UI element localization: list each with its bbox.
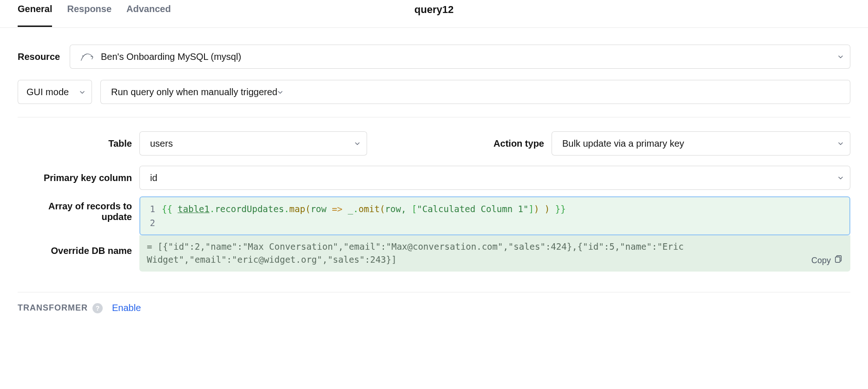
query-header: General Response Advanced query12 bbox=[0, 0, 868, 28]
copy-icon bbox=[835, 254, 843, 267]
action-type-select[interactable]: Bulk update via a primary key bbox=[552, 131, 850, 156]
enable-transformer-button[interactable]: Enable bbox=[112, 303, 141, 313]
primary-key-select[interactable]: id bbox=[139, 166, 850, 190]
gui-mode-select[interactable]: GUI mode bbox=[18, 80, 92, 104]
trigger-mode-value: Run query only when manually triggered bbox=[111, 87, 277, 97]
table-value: users bbox=[150, 138, 173, 149]
action-type-value: Bulk update via a primary key bbox=[562, 138, 684, 149]
primary-key-label: Primary key column bbox=[18, 173, 132, 183]
chevron-down-icon bbox=[838, 173, 843, 183]
eval-text: = [{"id":2,"name":"Max Conversation","em… bbox=[147, 241, 684, 265]
eval-result: = [{"id":2,"name":"Max Conversation","em… bbox=[139, 235, 850, 272]
svg-point-0 bbox=[82, 55, 83, 56]
resource-row: Resource Ben's Onboarding MySQL (mysql) bbox=[18, 45, 850, 69]
help-icon[interactable]: ? bbox=[92, 303, 103, 313]
resource-value: Ben's Onboarding MySQL (mysql) bbox=[101, 52, 241, 62]
line-number: 2 bbox=[145, 216, 162, 230]
chevron-down-icon bbox=[277, 87, 283, 97]
code-editor[interactable]: 1 {{ table1.recordUpdates.map(row => _.o… bbox=[139, 196, 850, 235]
transformer-label: TRANSFORMER bbox=[18, 303, 88, 313]
chevron-down-icon bbox=[838, 138, 843, 149]
action-type-label: Action type bbox=[474, 138, 544, 149]
resource-label: Resource bbox=[18, 52, 70, 62]
array-records-label: Array of records to update bbox=[18, 196, 132, 222]
svg-rect-2 bbox=[835, 257, 840, 263]
trigger-mode-select[interactable]: Run query only when manually triggered bbox=[100, 80, 850, 104]
tab-bar: General Response Advanced bbox=[18, 4, 171, 27]
copy-label: Copy bbox=[811, 254, 831, 267]
tab-general[interactable]: General bbox=[18, 4, 52, 27]
copy-button[interactable]: Copy bbox=[811, 254, 843, 267]
resource-select[interactable]: Ben's Onboarding MySQL (mysql) bbox=[70, 45, 850, 69]
tab-response[interactable]: Response bbox=[67, 4, 112, 27]
mode-row: GUI mode Run query only when manually tr… bbox=[18, 80, 850, 104]
line-number: 1 bbox=[145, 202, 162, 216]
code-editor-wrap: 1 {{ table1.recordUpdates.map(row => _.o… bbox=[139, 196, 850, 272]
chevron-down-icon bbox=[355, 138, 360, 149]
override-db-label: Override DB name bbox=[18, 246, 132, 256]
gui-mode-label: GUI mode bbox=[26, 87, 69, 97]
tab-advanced[interactable]: Advanced bbox=[126, 4, 171, 27]
chevron-down-icon bbox=[838, 52, 843, 62]
chevron-down-icon bbox=[79, 87, 85, 97]
transformer-section: TRANSFORMER ? Enable bbox=[18, 292, 850, 313]
table-label: Table bbox=[18, 138, 132, 149]
primary-key-value: id bbox=[150, 173, 158, 183]
code-line-1: {{ table1.recordUpdates.map(row => _.omi… bbox=[162, 202, 566, 216]
divider bbox=[18, 117, 850, 117]
mysql-icon bbox=[80, 51, 94, 62]
table-select[interactable]: users bbox=[139, 131, 367, 156]
